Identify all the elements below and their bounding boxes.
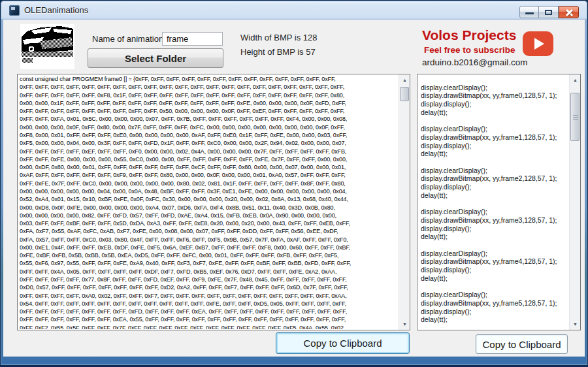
play-icon [534,38,544,50]
arduino-code-textarea[interactable]: display.clearDisplay(); display.drawBitm… [417,74,581,330]
copy-to-clipboard-right-button[interactable]: Copy to Clipboard [476,334,568,354]
scroll-up-icon[interactable]: ▲ [570,74,581,86]
app-icon [9,5,20,16]
window-title: OLEDanimations [24,5,88,15]
bmp-width-label: Width of BMP is 128 [240,33,318,42]
code-scrollbar[interactable]: ▲ ▼ [569,74,580,330]
animation-name-input[interactable] [162,32,223,46]
window-frame: OLEDanimations [1,1,587,365]
scrollbar-grip-icon [573,117,578,118]
application-window: OLEDanimations [0,0,588,367]
youtube-icon[interactable] [523,31,553,56]
minimize-button[interactable] [519,6,539,18]
client-area: Name of animation Select Folder Width of… [3,20,585,357]
hex-code-textarea[interactable]: const unsigned char PROGMEM frame0 [] = … [17,74,410,330]
arduino-code-text: display.clearDisplay(); display.drawBitm… [421,75,568,329]
close-icon [559,7,578,18]
maximize-icon [545,10,552,15]
car-bitmap-icon [20,24,74,69]
bmp-preview-image [20,24,74,69]
caption-buttons [519,6,579,18]
minimize-icon [525,12,534,14]
name-of-animation-label: Name of animation [92,34,163,44]
select-folder-button[interactable]: Select Folder [88,48,223,68]
brand-title: Volos Projects [422,27,516,43]
brand-subtitle: Feel free to subscribe [424,45,515,55]
close-button[interactable] [559,6,579,18]
scroll-down-icon[interactable]: ▼ [570,319,581,330]
title-bar[interactable]: OLEDanimations [1,1,587,20]
bmp-height-label: Height of BMP is 57 [240,47,316,57]
scroll-down-icon[interactable]: ▼ [399,319,410,330]
brand-email: arduino.b2016@gmail.com [422,57,528,67]
maximize-button[interactable] [539,6,559,18]
hex-scrollbar-thumb[interactable] [400,87,409,101]
hex-scrollbar[interactable]: ▲ ▼ [399,74,410,330]
scroll-up-icon[interactable]: ▲ [399,74,410,86]
hex-code-text: const unsigned char PROGMEM frame0 [] = … [20,75,397,329]
copy-to-clipboard-left-button[interactable]: Copy to Clipboard [276,332,410,354]
code-scrollbar-thumb[interactable] [570,93,580,141]
